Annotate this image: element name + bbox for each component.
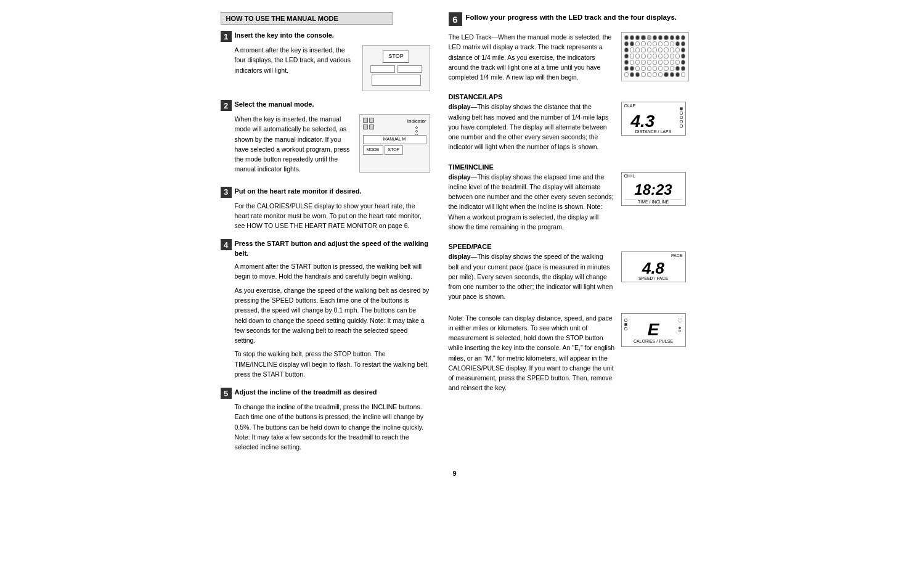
time-bottom-label: TIME / INCLINE (624, 199, 683, 204)
dist-bottom-label: DISTANCE / LAPS (624, 129, 683, 134)
section-header: HOW TO USE THE MANUAL MODE (221, 12, 430, 31)
dist-label-top: OLAP (624, 104, 636, 108)
led-track-image (621, 32, 689, 81)
calories-display-container: E ♡ CALORIES / PULSE (621, 313, 689, 347)
step-2-title: Select the manual mode. (235, 100, 314, 109)
step-1-block: 1 Insert the key into the console. A mom… (221, 31, 430, 91)
display-box-2 (397, 65, 422, 73)
time-incline-title: TIME/INCLINE (449, 163, 689, 171)
step-4-number: 4 (221, 239, 232, 250)
step-1-text: A moment after the key is inserted, the … (235, 45, 356, 75)
step-6-number: 6 (449, 12, 462, 26)
step-1-number: 1 (221, 31, 232, 42)
step-5-body: To change the incline of the treadmill, … (235, 402, 430, 452)
calories-note-text: Note: The console can display distance, … (449, 313, 615, 397)
step-4-text-1: A moment after the START button is press… (235, 261, 430, 282)
heart-icon: ♡ (677, 316, 683, 326)
indicator-label: Indicator (407, 118, 426, 125)
step-6-title: Follow your progress with the LED track … (466, 12, 677, 22)
cal-right-dots (679, 327, 681, 332)
speed-pace-section: SPEED/PACE display—This display shows th… (449, 243, 689, 305)
display-row-illustration (370, 65, 422, 73)
step-4-text-3: To stop the walking belt, press the STOP… (235, 349, 430, 379)
step-5-title: Adjust the incline of the treadmill as d… (235, 388, 377, 397)
speed-bottom-label: SPEED / PACE (622, 276, 685, 280)
speed-number: 4.8 (642, 259, 664, 278)
step-4-text-2: As you exercise, change the speed of the… (235, 285, 430, 346)
cal-left-dots (624, 319, 627, 330)
step-3-text: For the CALORIES/PULSE display to show y… (235, 201, 430, 231)
step-5-block: 5 Adjust the incline of the treadmill as… (221, 388, 430, 452)
console-illustration-1: STOP (362, 45, 430, 91)
step-4-title: Press the START button and adjust the sp… (235, 239, 430, 258)
time-incline-display: OH+L 18:23 TIME / INCLINE (621, 172, 689, 206)
step-5-number: 5 (221, 388, 232, 399)
speed-display-box: PACE 4.8 SPEED / PACE (621, 251, 686, 282)
calories-bottom-label: CALORIES / PULSE (622, 338, 685, 345)
dist-number: 4.3 (631, 112, 655, 131)
distance-laps-display: OLAP 4.3 DISTANCE / LAPS (621, 102, 689, 136)
page-number: 9 (221, 470, 689, 477)
step-3-title: Put on the heart rate monitor if desired… (235, 187, 362, 196)
display-box-1 (370, 65, 395, 73)
step-2-text-container: When the key is inserted, the manual mod… (235, 114, 353, 178)
distance-laps-section: DISTANCE/LAPS display—This display shows… (449, 93, 689, 155)
distance-laps-title: DISTANCE/LAPS (449, 93, 689, 100)
distance-laps-text: display—This display shows the distance … (449, 102, 615, 155)
step-5-text: To change the incline of the treadmill, … (235, 402, 430, 452)
time-number: 18:23 (634, 181, 672, 198)
step-3-number: 3 (221, 187, 232, 198)
time-incline-text: display—This display shows the elapsed t… (449, 172, 615, 236)
time-incline-section: TIME/INCLINE display—This display shows … (449, 163, 689, 236)
step-1-title: Insert the key into the console. (235, 31, 334, 40)
time-display-box: OH+L 18:23 TIME / INCLINE (621, 172, 686, 206)
distance-display-box: OLAP 4.3 DISTANCE / LAPS (621, 102, 686, 136)
console-illustration-2: Indicator MANUAL M MODE STOP (359, 114, 430, 173)
step-4-block: 4 Press the START button and adjust the … (221, 239, 430, 379)
cal-right-area: ♡ (677, 316, 683, 333)
step-2-block: 2 Select the manual mode. When the key i… (221, 100, 430, 178)
calories-display-box: E ♡ CALORIES / PULSE (621, 313, 686, 347)
distance-laps-body: display—This display shows the distance … (449, 102, 689, 155)
calories-pulse-note: Note: The console can display distance, … (449, 313, 689, 397)
console-bottom-illustration (372, 75, 421, 86)
stop-button-illustration: STOP (383, 51, 409, 63)
step-2-body: When the key is inserted, the manual mod… (235, 114, 430, 178)
step-3-block: 3 Put on the heart rate monitor if desir… (221, 187, 430, 231)
speed-top-right-label: PACE (671, 253, 683, 258)
time-incline-body: display—This display shows the elapsed t… (449, 172, 689, 236)
led-track-body: The LED Track—When the manual mode is se… (449, 32, 689, 86)
step-2-text: When the key is inserted, the manual mod… (235, 114, 353, 174)
led-track-section: The LED Track—When the manual mode is se… (449, 32, 689, 86)
step-3-body: For the CALORIES/PULSE display to show y… (235, 201, 430, 231)
led-track-text: The LED Track—When the manual mode is se… (449, 32, 615, 86)
speed-pace-body: display—This display shows the speed of … (449, 251, 689, 305)
speed-pace-title: SPEED/PACE (449, 243, 689, 250)
time-label-top: OH+L (624, 174, 635, 178)
dist-right-dots (680, 107, 683, 128)
speed-pace-display: PACE 4.8 SPEED / PACE (621, 251, 689, 282)
step-4-body: A moment after the START button is press… (235, 261, 430, 379)
step-6-header: 6 Follow your progress with the LED trac… (449, 12, 689, 26)
step-1-body: A moment after the key is inserted, the … (235, 45, 430, 91)
speed-pace-text: display—This display shows the speed of … (449, 251, 615, 305)
led-track-paragraph: The LED Track—When the manual mode is se… (449, 32, 615, 82)
step-2-number: 2 (221, 100, 232, 111)
